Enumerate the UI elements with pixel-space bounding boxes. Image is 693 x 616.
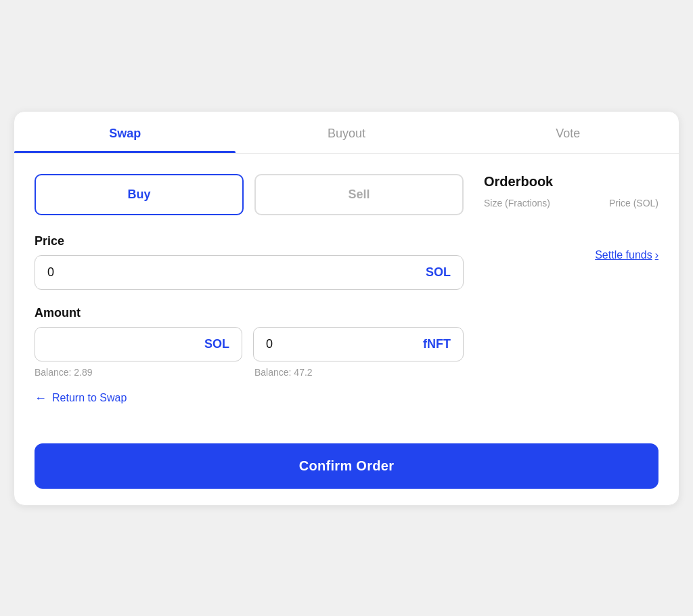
main-card: Swap Buyout Vote Buy Sell Price: [14, 111, 679, 506]
buy-button[interactable]: Buy: [35, 174, 244, 215]
settle-funds-label: Settle funds: [595, 249, 652, 261]
price-input[interactable]: [47, 265, 426, 280]
orderbook-price-col: Price (SOL): [609, 198, 658, 208]
content-area: Buy Sell Price SOL Amount SOL: [14, 154, 679, 433]
orderbook-size-col: Size (Fractions): [484, 198, 550, 208]
tab-swap[interactable]: Swap: [14, 112, 236, 153]
confirm-order-button[interactable]: Confirm Order: [35, 443, 658, 489]
buy-sell-row: Buy Sell: [35, 174, 464, 215]
arrow-left-icon: ←: [35, 391, 47, 405]
sell-button[interactable]: Sell: [254, 174, 464, 215]
fnft-currency-label: fNFT: [423, 337, 451, 351]
price-currency: SOL: [426, 265, 451, 280]
confirm-section: Confirm Order: [14, 433, 679, 505]
amount-label: Amount: [35, 306, 464, 320]
sol-balance: Balance: 2.89: [35, 367, 244, 378]
tab-bar: Swap Buyout Vote: [14, 112, 679, 154]
settle-funds-arrow: ›: [655, 249, 658, 261]
tab-vote[interactable]: Vote: [457, 112, 679, 153]
return-to-swap-link[interactable]: ← Return to Swap: [35, 391, 127, 405]
fnft-amount-input[interactable]: [266, 337, 423, 351]
sol-currency-label: SOL: [204, 337, 229, 351]
settle-funds-row: Settle funds ›: [484, 249, 658, 261]
price-input-box: SOL: [35, 255, 464, 290]
right-panel: Orderbook Size (Fractions) Price (SOL) S…: [484, 174, 658, 419]
sol-input-box: SOL: [35, 327, 242, 361]
fnft-input-box: fNFT: [253, 327, 464, 361]
price-label: Price: [35, 234, 464, 248]
orderbook-title: Orderbook: [484, 174, 658, 190]
orderbook-headers: Size (Fractions) Price (SOL): [484, 198, 658, 208]
balance-row: Balance: 2.89 Balance: 47.2: [35, 367, 464, 378]
amount-inputs-row: SOL fNFT: [35, 327, 464, 361]
return-to-swap-label: Return to Swap: [52, 392, 127, 404]
left-panel: Buy Sell Price SOL Amount SOL: [35, 174, 464, 419]
fnft-balance: Balance: 47.2: [254, 367, 464, 378]
settle-funds-link[interactable]: Settle funds ›: [595, 249, 658, 261]
tab-buyout[interactable]: Buyout: [236, 112, 457, 153]
sol-amount-input[interactable]: [47, 337, 204, 351]
